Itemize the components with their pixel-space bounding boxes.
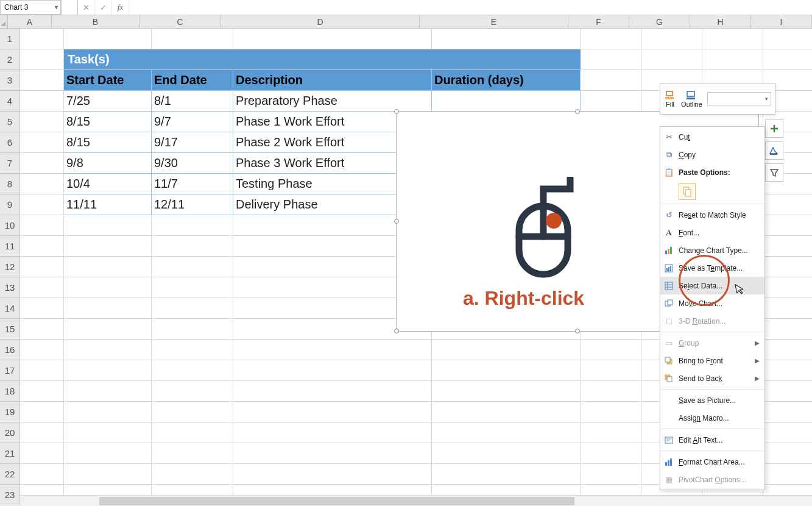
- cell[interactable]: [20, 298, 64, 319]
- cancel-formula-icon[interactable]: ✕: [78, 0, 95, 15]
- ctx-save-as-picture[interactable]: Save as Picture...: [660, 391, 764, 409]
- outline-button[interactable]: Outline: [681, 90, 702, 108]
- cell[interactable]: [233, 422, 432, 443]
- cell[interactable]: [581, 422, 641, 443]
- cell[interactable]: 10/4: [64, 174, 152, 194]
- cell[interactable]: [64, 29, 152, 49]
- cell[interactable]: [152, 319, 233, 340]
- cell[interactable]: [432, 381, 581, 402]
- cell[interactable]: [763, 360, 812, 381]
- ctx-bring-to-front[interactable]: Bring to Front ▶: [660, 352, 764, 369]
- cell[interactable]: [64, 381, 152, 402]
- cell[interactable]: [641, 29, 702, 49]
- ctx-select-data[interactable]: Select Data...: [660, 277, 764, 294]
- cell[interactable]: 11/11: [64, 194, 152, 215]
- name-box-dropdown-icon[interactable]: ▼: [52, 1, 60, 14]
- ctx-edit-alt-text[interactable]: Edit Alt Text...: [660, 431, 764, 449]
- cell[interactable]: [763, 381, 812, 402]
- cell[interactable]: Task(s): [64, 49, 581, 70]
- row-header[interactable]: 18: [0, 381, 20, 402]
- ctx-save-as-template[interactable]: Save as Template...: [660, 259, 764, 277]
- row-header[interactable]: 10: [0, 215, 20, 236]
- cell[interactable]: [20, 70, 64, 91]
- column-header[interactable]: I: [751, 15, 812, 29]
- cell[interactable]: [581, 340, 641, 360]
- cell[interactable]: [20, 194, 64, 215]
- cell[interactable]: 9/7: [152, 112, 233, 132]
- row-header[interactable]: 22: [0, 464, 20, 485]
- cell[interactable]: 9/8: [64, 153, 152, 174]
- fx-icon[interactable]: fx: [112, 0, 129, 15]
- row-header[interactable]: 7: [0, 153, 20, 174]
- cell[interactable]: [152, 381, 233, 402]
- column-header[interactable]: A: [8, 15, 52, 29]
- row-header[interactable]: 14: [0, 298, 20, 319]
- cell[interactable]: [64, 277, 152, 298]
- row-header[interactable]: 1: [0, 29, 20, 49]
- cell[interactable]: [763, 194, 812, 215]
- cell[interactable]: [581, 29, 641, 49]
- cell[interactable]: [20, 443, 64, 464]
- chart-filters-button[interactable]: [765, 163, 783, 182]
- resize-handle[interactable]: [394, 109, 399, 114]
- cell[interactable]: [20, 422, 64, 443]
- cell[interactable]: [64, 215, 152, 236]
- column-header[interactable]: C: [139, 15, 221, 29]
- cell[interactable]: [152, 215, 233, 236]
- row-header[interactable]: 6: [0, 132, 20, 153]
- cell[interactable]: [152, 257, 233, 277]
- cell[interactable]: [20, 112, 64, 132]
- row-header[interactable]: 15: [0, 319, 20, 340]
- cell[interactable]: [702, 49, 763, 70]
- row-header[interactable]: 8: [0, 174, 20, 194]
- ctx-format-chart-area[interactable]: Format Chart Area...: [660, 453, 764, 471]
- row-header[interactable]: 23: [0, 485, 20, 505]
- cell[interactable]: [20, 174, 64, 194]
- cell[interactable]: [152, 360, 233, 381]
- cell[interactable]: [432, 360, 581, 381]
- cell[interactable]: [581, 360, 641, 381]
- ctx-cut[interactable]: ✂ Cut: [660, 128, 764, 146]
- row-header[interactable]: 19: [0, 402, 20, 422]
- cell[interactable]: [20, 153, 64, 174]
- fill-button[interactable]: Fill: [664, 90, 676, 108]
- style-gallery-dropdown[interactable]: ▾: [707, 92, 771, 105]
- cell[interactable]: [20, 402, 64, 422]
- row-header[interactable]: 2: [0, 49, 20, 70]
- cell[interactable]: [763, 298, 812, 319]
- cell[interactable]: [233, 402, 432, 422]
- column-header[interactable]: H: [690, 15, 751, 29]
- row-header[interactable]: 21: [0, 443, 20, 464]
- cell[interactable]: Preparatory Phase: [233, 91, 432, 112]
- cell[interactable]: [64, 236, 152, 257]
- row-header[interactable]: 9: [0, 194, 20, 215]
- cell[interactable]: [763, 340, 812, 360]
- cell[interactable]: [233, 464, 432, 485]
- row-header[interactable]: 12: [0, 257, 20, 277]
- column-header[interactable]: B: [52, 15, 139, 29]
- cell[interactable]: [432, 29, 581, 49]
- cell[interactable]: [64, 340, 152, 360]
- cell[interactable]: 11/7: [152, 174, 233, 194]
- cell[interactable]: [233, 29, 432, 49]
- chart-elements-button[interactable]: [765, 119, 783, 138]
- cell[interactable]: Duration (days): [432, 70, 581, 91]
- cell[interactable]: [20, 360, 64, 381]
- cell[interactable]: [763, 257, 812, 277]
- cell[interactable]: [432, 91, 581, 112]
- cell[interactable]: [763, 277, 812, 298]
- cell[interactable]: [233, 340, 432, 360]
- cell[interactable]: [152, 464, 233, 485]
- row-header[interactable]: 5: [0, 112, 20, 132]
- cell[interactable]: [432, 443, 581, 464]
- cell[interactable]: [20, 257, 64, 277]
- cell[interactable]: [233, 443, 432, 464]
- cell[interactable]: [64, 402, 152, 422]
- cell[interactable]: [20, 277, 64, 298]
- cell[interactable]: [152, 443, 233, 464]
- chart-styles-button[interactable]: [765, 141, 783, 160]
- cell[interactable]: [432, 464, 581, 485]
- row-header[interactable]: 4: [0, 91, 20, 112]
- cell[interactable]: [233, 381, 432, 402]
- cell[interactable]: [20, 91, 64, 112]
